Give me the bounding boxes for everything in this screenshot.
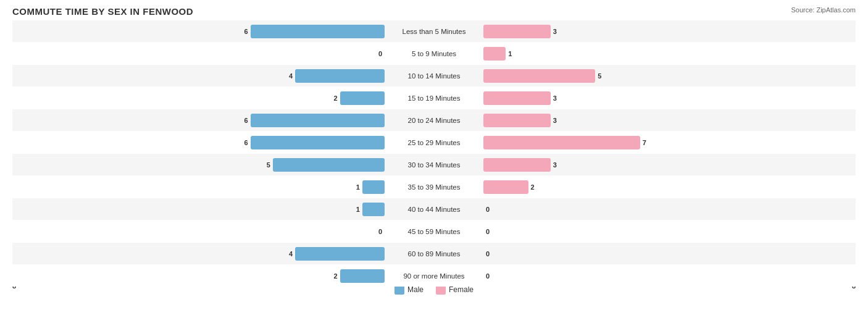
chart-row: 290 or more Minutes0 xyxy=(12,265,856,287)
pink-bar-container: 3 xyxy=(483,25,856,38)
chart-row: 135 to 39 Minutes2 xyxy=(12,176,856,198)
row-label: 90 or more Minutes xyxy=(385,272,483,280)
female-bar xyxy=(483,180,528,194)
blue-bar-container: 6 xyxy=(12,114,385,127)
female-value: 0 xyxy=(486,250,490,258)
female-bar xyxy=(483,91,551,105)
female-value: 0 xyxy=(486,228,490,235)
female-bar xyxy=(483,47,506,61)
pink-bar-container: 3 xyxy=(483,158,856,172)
male-value: 0 xyxy=(378,228,382,235)
row-label: 10 to 14 Minutes xyxy=(385,72,483,80)
male-bar xyxy=(251,114,385,127)
chart-area: 6Less than 5 Minutes305 to 9 Minutes1410… xyxy=(12,20,856,279)
row-label: 30 to 34 Minutes xyxy=(385,161,483,169)
pink-bar-container: 3 xyxy=(483,114,856,127)
female-value: 3 xyxy=(553,94,557,102)
pink-bar-container: 2 xyxy=(483,180,856,194)
male-bar xyxy=(273,158,385,172)
blue-bar-container: 4 xyxy=(12,247,385,261)
male-bar xyxy=(362,180,385,194)
male-value: 1 xyxy=(356,183,360,191)
female-value: 7 xyxy=(643,139,646,146)
male-bar xyxy=(362,203,385,216)
blue-bar-container: 0 xyxy=(12,50,385,57)
chart-row: 410 to 14 Minutes5 xyxy=(12,65,856,86)
male-bar xyxy=(340,269,385,283)
female-value: 3 xyxy=(553,117,557,124)
pink-bar-container: 5 xyxy=(483,69,856,83)
male-value: 6 xyxy=(244,139,248,146)
blue-bar-container: 2 xyxy=(12,269,385,283)
male-value: 6 xyxy=(244,117,248,124)
chart-title: COMMUTE TIME BY SEX IN FENWOOD xyxy=(12,6,856,17)
pink-bar-container: 0 xyxy=(483,250,856,258)
row-label: Less than 5 Minutes xyxy=(385,28,483,35)
pink-bar-container: 0 xyxy=(483,228,856,235)
male-value: 1 xyxy=(356,206,360,213)
male-bar xyxy=(295,69,385,83)
pink-bar-container: 1 xyxy=(483,47,856,61)
row-label: 20 to 24 Minutes xyxy=(385,117,483,124)
female-value: 1 xyxy=(508,50,512,57)
male-bar xyxy=(295,247,385,261)
chart-row: 625 to 29 Minutes7 xyxy=(12,132,856,153)
female-bar xyxy=(483,158,551,172)
chart-row: 530 to 34 Minutes3 xyxy=(12,154,856,175)
female-value: 0 xyxy=(486,272,490,280)
chart-row: 460 to 89 Minutes0 xyxy=(12,243,856,264)
blue-bar-container: 4 xyxy=(12,69,385,83)
female-value: 0 xyxy=(486,206,490,213)
chart-row: 6Less than 5 Minutes3 xyxy=(12,20,856,42)
female-bar xyxy=(483,114,551,127)
blue-bar-container: 6 xyxy=(12,25,385,38)
pink-bar-container: 7 xyxy=(483,136,856,149)
male-value: 6 xyxy=(244,28,248,35)
blue-bar-container: 0 xyxy=(12,228,385,235)
legend-male-label: Male xyxy=(407,285,424,294)
male-bar xyxy=(251,136,385,149)
male-value: 4 xyxy=(289,250,293,258)
female-value: 3 xyxy=(553,161,557,169)
row-label: 15 to 19 Minutes xyxy=(385,94,483,102)
female-value: 5 xyxy=(598,72,601,80)
legend-female-label: Female xyxy=(449,285,474,294)
pink-bar-container: 3 xyxy=(483,91,856,105)
female-bar xyxy=(483,25,551,38)
row-label: 45 to 59 Minutes xyxy=(385,228,483,235)
male-value: 5 xyxy=(267,161,270,169)
pink-bar-container: 0 xyxy=(483,272,856,280)
chart-row: 05 to 9 Minutes1 xyxy=(12,43,856,64)
chart-container: COMMUTE TIME BY SEX IN FENWOOD Source: Z… xyxy=(0,0,868,323)
chart-row: 140 to 44 Minutes0 xyxy=(12,198,856,220)
chart-row: 215 to 19 Minutes3 xyxy=(12,87,856,109)
blue-bar-container: 1 xyxy=(12,203,385,216)
blue-bar-container: 2 xyxy=(12,91,385,105)
row-label: 40 to 44 Minutes xyxy=(385,206,483,213)
male-bar xyxy=(340,91,385,105)
female-bar xyxy=(483,136,640,149)
female-value: 3 xyxy=(553,28,557,35)
row-label: 5 to 9 Minutes xyxy=(385,50,483,57)
chart-row: 620 to 24 Minutes3 xyxy=(12,109,856,131)
row-label: 35 to 39 Minutes xyxy=(385,183,483,191)
female-bar xyxy=(483,69,595,83)
row-label: 60 to 89 Minutes xyxy=(385,250,483,258)
chart-row: 045 to 59 Minutes0 xyxy=(12,220,856,242)
pink-bar-container: 0 xyxy=(483,206,856,213)
row-label: 25 to 29 Minutes xyxy=(385,139,483,146)
blue-bar-container: 1 xyxy=(12,180,385,194)
blue-bar-container: 5 xyxy=(12,158,385,172)
male-value: 0 xyxy=(378,50,382,57)
male-value: 4 xyxy=(289,72,293,80)
male-bar xyxy=(251,25,385,38)
female-value: 2 xyxy=(531,183,535,191)
source-label: Source: ZipAtlas.com xyxy=(791,6,856,14)
male-value: 2 xyxy=(333,94,337,102)
blue-bar-container: 6 xyxy=(12,136,385,149)
male-value: 2 xyxy=(333,272,337,280)
